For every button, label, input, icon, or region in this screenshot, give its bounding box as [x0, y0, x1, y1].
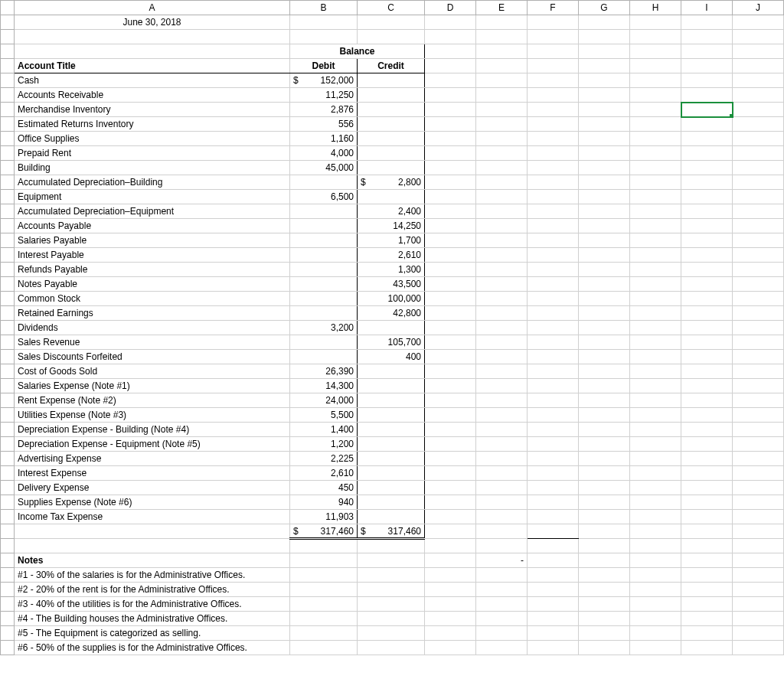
account-title[interactable]: Cost of Goods Sold [15, 364, 290, 379]
credit-cell[interactable]: 105,700 [358, 335, 425, 350]
cell[interactable] [476, 437, 528, 452]
cell[interactable] [579, 612, 630, 626]
debit-cell[interactable]: $152,000 [290, 73, 358, 88]
row-header[interactable] [1, 175, 15, 190]
cell[interactable] [476, 88, 528, 103]
cell[interactable] [630, 626, 681, 641]
cell[interactable] [579, 408, 630, 423]
cell[interactable] [579, 30, 630, 44]
cell[interactable] [681, 30, 733, 44]
col-header[interactable]: A [15, 1, 290, 15]
dash-cell[interactable]: - [476, 553, 528, 568]
debit-total[interactable]: $317,460 [290, 524, 358, 539]
cell[interactable] [425, 466, 476, 481]
cell[interactable] [579, 161, 630, 175]
debit-cell[interactable] [290, 306, 358, 321]
credit-cell[interactable] [358, 437, 425, 452]
cell[interactable] [476, 481, 528, 495]
cell[interactable] [528, 539, 579, 553]
cell[interactable] [579, 452, 630, 466]
credit-cell[interactable]: 2,400 [358, 204, 425, 219]
cell[interactable] [425, 88, 476, 103]
debit-cell[interactable]: 1,200 [290, 437, 358, 452]
account-title[interactable]: Interest Payable [15, 248, 290, 263]
cell[interactable] [476, 568, 528, 583]
col-header[interactable]: J [733, 1, 784, 15]
cell[interactable] [733, 626, 784, 641]
cell[interactable] [476, 539, 528, 553]
row-header[interactable] [1, 59, 15, 73]
cell[interactable] [579, 393, 630, 408]
cell[interactable] [579, 292, 630, 306]
cell[interactable] [733, 219, 784, 233]
row-header[interactable] [1, 524, 15, 539]
cell[interactable] [630, 263, 681, 277]
debit-cell[interactable]: 556 [290, 117, 358, 132]
cell[interactable] [681, 103, 733, 117]
cell[interactable] [476, 306, 528, 321]
credit-cell[interactable]: 2,610 [358, 248, 425, 263]
cell[interactable] [681, 437, 733, 452]
cell[interactable] [425, 161, 476, 175]
cell[interactable] [528, 321, 579, 335]
cell[interactable] [476, 364, 528, 379]
cell[interactable] [476, 466, 528, 481]
cell[interactable] [579, 248, 630, 263]
row-header[interactable] [1, 117, 15, 132]
cell[interactable] [630, 44, 681, 59]
row-header[interactable] [1, 495, 15, 510]
account-title[interactable]: Dividends [15, 321, 290, 335]
cell[interactable] [528, 30, 579, 44]
cell[interactable] [476, 233, 528, 248]
cell[interactable] [733, 30, 784, 44]
debit-cell[interactable]: 4,000 [290, 146, 358, 161]
cell[interactable] [15, 44, 290, 59]
cell[interactable] [733, 524, 784, 539]
cell[interactable] [733, 481, 784, 495]
cell[interactable] [528, 161, 579, 175]
cell[interactable] [425, 175, 476, 190]
cell[interactable] [290, 626, 358, 641]
credit-total[interactable]: $317,460 [358, 524, 425, 539]
debit-cell[interactable] [290, 277, 358, 292]
cell[interactable] [630, 15, 681, 30]
cell[interactable] [425, 204, 476, 219]
row-header[interactable] [1, 44, 15, 59]
cell[interactable] [630, 73, 681, 88]
cell[interactable] [733, 204, 784, 219]
cell[interactable] [681, 408, 733, 423]
cell[interactable] [681, 233, 733, 248]
account-title[interactable]: Retained Earnings [15, 306, 290, 321]
debit-cell[interactable]: 5,500 [290, 408, 358, 423]
cell[interactable] [579, 73, 630, 88]
cell[interactable] [681, 495, 733, 510]
cell[interactable] [579, 190, 630, 204]
cell[interactable] [630, 88, 681, 103]
cell[interactable] [528, 263, 579, 277]
col-header[interactable]: E [476, 1, 528, 15]
cell[interactable] [630, 161, 681, 175]
cell[interactable] [425, 306, 476, 321]
row-header[interactable] [1, 73, 15, 88]
debit-cell[interactable] [290, 175, 358, 190]
cell[interactable] [528, 190, 579, 204]
cell[interactable] [528, 248, 579, 263]
row-header[interactable] [1, 553, 15, 568]
cell[interactable] [476, 612, 528, 626]
cell[interactable] [425, 452, 476, 466]
row-header[interactable] [1, 641, 15, 655]
cell[interactable] [476, 393, 528, 408]
cell[interactable] [681, 539, 733, 553]
cell[interactable] [528, 88, 579, 103]
cell[interactable] [681, 364, 733, 379]
debit-cell[interactable]: 2,610 [290, 466, 358, 481]
row-header[interactable] [1, 452, 15, 466]
cell[interactable] [630, 175, 681, 190]
cell[interactable] [681, 117, 733, 132]
credit-cell[interactable]: 400 [358, 350, 425, 364]
cell[interactable] [528, 553, 579, 568]
cell[interactable] [528, 219, 579, 233]
row-header[interactable] [1, 15, 15, 30]
cell[interactable] [733, 335, 784, 350]
credit-cell[interactable] [358, 73, 425, 88]
